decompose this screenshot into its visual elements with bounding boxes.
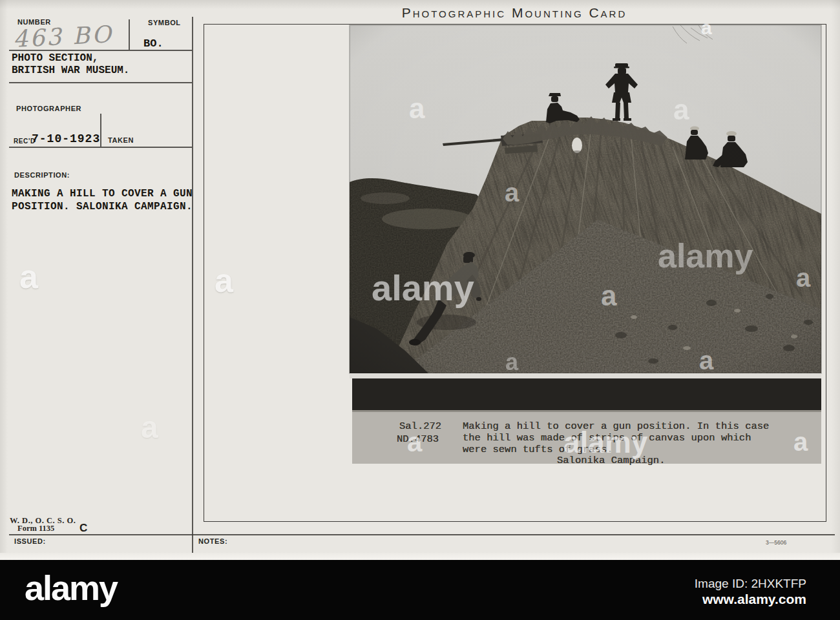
alamy-website-url: www.alamy.com [702, 592, 806, 607]
divider-recd-taken [100, 114, 101, 147]
symbol-value: BO. [143, 37, 163, 50]
photographer-label: PHOTOGRAPHER [16, 105, 81, 112]
caption-line-4: Salonika Campaign. [557, 455, 665, 466]
description-line-2: POSITION. SALONIKA CAMPAIGN. [12, 201, 193, 212]
form-letter: C [79, 522, 87, 535]
recd-value: 7-10-1923 [32, 132, 100, 145]
caption-ref-2: ND.4783 [397, 433, 439, 445]
caption-line-3: were sewn tufts of grass. [463, 444, 613, 455]
taken-label: TAKEN [108, 136, 134, 144]
print-code: 3—5606 [766, 539, 786, 546]
divider-main [192, 17, 193, 555]
rule-issued-notes [9, 534, 835, 535]
rule [9, 50, 192, 51]
alamy-bar: alamy Image ID: 2HXKTFP www.alamy.com [0, 560, 840, 620]
divider-number-symbol [129, 19, 130, 50]
symbol-label: SYMBOL [148, 19, 181, 26]
section-line-2: BRITISH WAR MUSEUM. [12, 65, 129, 76]
caption-ref-1: Sal.272 [399, 420, 441, 432]
watermark-a: a [19, 260, 38, 293]
card-title: Photographic Mounting Card [204, 5, 825, 21]
form-number: Form 1135 [17, 524, 54, 533]
dark-band [352, 378, 821, 410]
section-line-1: PHOTO SECTION, [12, 52, 98, 64]
watermark-a: a [141, 412, 158, 443]
rule [9, 82, 192, 83]
notes-label: NOTES: [198, 537, 227, 545]
card-bottom-edge [0, 553, 840, 560]
mounting-card-scan: NUMBER 463 BO SYMBOL BO. PHOTO SECTION, … [0, 0, 840, 620]
photograph [350, 25, 821, 373]
image-id: Image ID: 2HXKTFP [695, 577, 806, 591]
issued-label: ISSUED: [14, 537, 46, 545]
caption-line-2: the hill was made of strips of canvas up… [463, 432, 751, 444]
number-value-handwritten: 463 BO [12, 21, 114, 52]
photo-margin-strip [350, 373, 821, 378]
description-line-1: MAKING A HILL TO COVER A GUN [12, 188, 193, 200]
rule [9, 147, 192, 148]
description-label: DESCRIPTION: [14, 171, 70, 179]
alamy-logo: alamy [25, 570, 117, 605]
caption-line-1: Making a hill to cover a gun position. I… [463, 420, 769, 432]
